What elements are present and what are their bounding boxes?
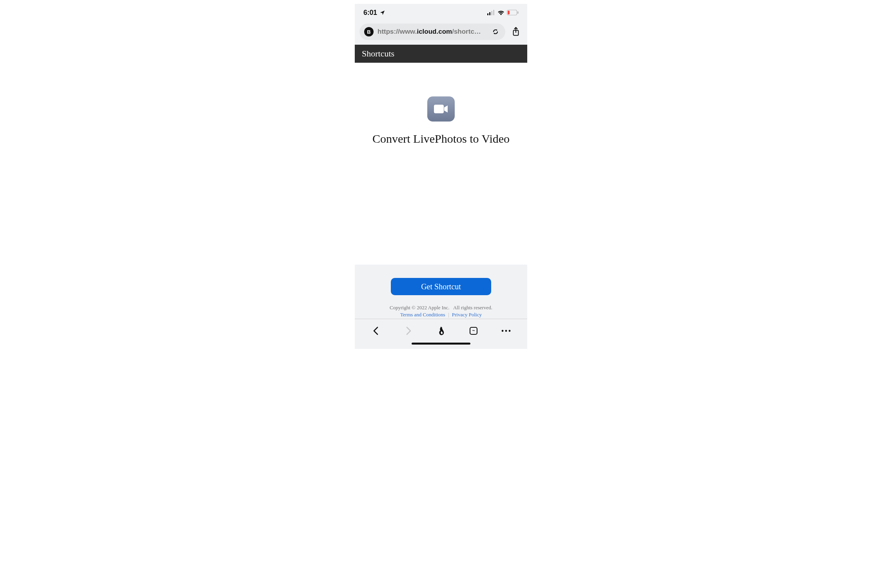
chevron-left-icon [372,327,379,335]
url-bar-row: B https://www.icloud.com/shortc… [355,21,527,45]
cellular-signal-icon [487,10,495,15]
reload-icon [491,27,500,36]
legal-separator: | [448,312,449,318]
svg-rect-5 [517,11,519,14]
page-header: Shortcuts [355,45,527,63]
svg-rect-8 [434,105,444,113]
tabs-icon: ~ [469,326,478,336]
url-path: /shortc [452,28,474,36]
fire-icon [437,326,445,336]
url-text: https://www.icloud.com/shortc… [377,28,486,36]
home-indicator[interactable] [355,343,527,349]
svg-rect-0 [487,13,488,15]
chevron-right-icon [405,327,412,335]
page-header-title: Shortcuts [362,49,394,59]
reload-button[interactable] [490,27,501,37]
page-content: Convert LivePhotos to Video [355,63,527,265]
svg-rect-3 [493,10,494,15]
back-button[interactable] [367,322,385,339]
status-right [487,10,519,15]
site-badge: B [364,27,374,36]
browser-top-chrome: 6:01 [355,4,527,45]
wifi-icon [497,10,505,15]
status-bar: 6:01 [355,4,527,21]
copyright-text: Copyright © 2022 Apple Inc. [390,305,450,311]
shortcut-title: Convert LivePhotos to Video [372,132,510,146]
privacy-link[interactable]: Privacy Policy [452,312,482,318]
get-shortcut-button[interactable]: Get Shortcut [391,278,491,295]
svg-rect-6 [508,11,510,14]
video-camera-icon [434,104,448,114]
address-bar[interactable]: B https://www.icloud.com/shortc… [359,24,505,40]
tabs-button[interactable]: ~ [465,322,482,339]
share-button[interactable] [511,27,521,37]
share-icon [512,27,520,37]
svg-rect-2 [491,11,492,15]
forward-button[interactable] [400,322,417,339]
svg-point-11 [505,330,507,332]
browser-toolbar: ~ [355,319,527,343]
legal-footer: Copyright © 2022 Apple Inc. All rights r… [355,305,527,319]
trending-button[interactable] [432,322,450,339]
location-icon [379,10,385,16]
url-scheme: https://www. [377,28,417,36]
svg-rect-1 [489,12,490,15]
url-ellipsis: … [474,28,481,36]
status-left: 6:01 [363,9,385,17]
tabs-count: ~ [472,328,475,334]
bottom-panel: Get Shortcut Copyright © 2022 Apple Inc.… [355,265,527,349]
more-icon [501,329,511,332]
rights-text: All rights reserved. [453,305,492,311]
phone-frame: 6:01 [355,4,527,349]
menu-button[interactable] [497,322,515,339]
url-domain: icloud.com [417,28,452,36]
battery-icon [507,10,519,15]
svg-point-10 [502,330,504,332]
legal-links: Terms and Conditions | Privacy Policy [355,312,527,318]
svg-point-12 [509,330,511,332]
terms-link[interactable]: Terms and Conditions [400,312,445,318]
status-time: 6:01 [363,9,377,17]
shortcut-app-icon [427,96,455,122]
